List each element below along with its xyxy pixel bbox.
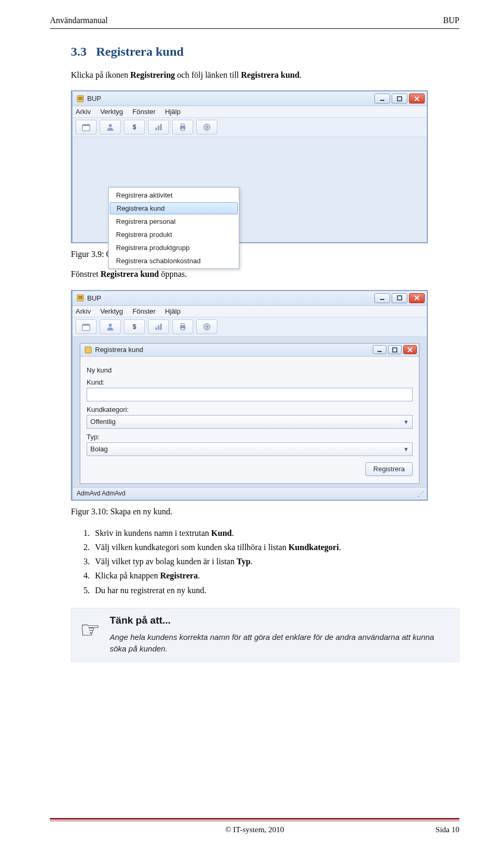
window-titlebar: BUP — [72, 91, 427, 106]
user-icon[interactable] — [100, 319, 121, 334]
figure-2-caption: Figur 3.10: Skapa en ny kund. — [71, 507, 459, 516]
print-icon[interactable] — [172, 319, 193, 334]
kund-label: Kund: — [87, 378, 413, 386]
help-icon[interactable]: ? — [196, 120, 217, 134]
intro-paragraph: Klicka på ikonen Registrering och följ l… — [71, 69, 459, 81]
menu-hjalp[interactable]: Hjälp — [165, 108, 181, 116]
footer-divider-thin — [50, 821, 459, 821]
svg-rect-30 — [181, 324, 184, 326]
calendar-icon[interactable] — [76, 319, 97, 334]
svg-rect-35 — [377, 351, 382, 352]
inner-window: Registrera kund Ny kund Kund: Kundkatego… — [80, 343, 419, 484]
figure-2-screenshot: BUP Arkiv Verktyg Fönster Hjälp $ ? — [71, 290, 428, 501]
kundkategori-combo[interactable]: Offentlig ▼ — [87, 415, 413, 429]
typ-label: Typ: — [87, 433, 413, 441]
note-text: Ange hela kundens korrekta namn för att … — [110, 631, 450, 655]
close-button[interactable] — [403, 345, 417, 354]
svg-rect-6 — [82, 125, 90, 126]
maximize-button[interactable] — [392, 94, 407, 103]
minimize-button[interactable] — [374, 293, 390, 303]
menubar-2: Arkiv Verktyg Fönster Hjälp — [72, 306, 427, 317]
svg-rect-34 — [85, 347, 91, 353]
chart-icon[interactable] — [148, 319, 169, 334]
statusbar: AdmAvd AdmAvd ⋰ — [72, 487, 427, 500]
svg-text:?: ? — [205, 125, 208, 130]
list-item: Välj vilket typ av bolag kunden är i lis… — [92, 554, 459, 568]
section-number: 3.3 — [71, 45, 87, 58]
list-item: Klicka på knappen Registrera. — [92, 568, 459, 583]
dd-item-kund[interactable]: Registrera kund — [110, 202, 238, 214]
dropdown-menu: Registrera aktivitet Registrera kund Reg… — [108, 187, 239, 269]
svg-text:$: $ — [133, 123, 136, 131]
help-icon[interactable]: ? — [196, 319, 217, 334]
svg-rect-4 — [397, 97, 402, 101]
svg-text:?: ? — [205, 325, 208, 330]
section-heading: 3.3Registrera kund — [71, 45, 459, 59]
dd-item-produktgrupp[interactable]: Registrera produktgrupp — [109, 241, 239, 254]
minimize-button[interactable] — [374, 94, 390, 103]
svg-rect-31 — [181, 328, 184, 330]
list-item: Skriv in kundens namn i textrutan Kund. — [92, 526, 459, 540]
list-item: Du har nu registrerat en ny kund. — [92, 583, 459, 597]
close-button[interactable] — [409, 293, 425, 303]
window-title-2: BUP — [87, 294, 374, 302]
svg-rect-36 — [393, 348, 397, 352]
after-fig1-text: Fönstret Registrera kund öppnas. — [71, 268, 459, 280]
dd-item-aktivitet[interactable]: Registrera aktivitet — [109, 189, 239, 202]
svg-rect-19 — [78, 298, 82, 299]
svg-rect-27 — [158, 325, 160, 330]
menu-fonster[interactable]: Fönster — [132, 307, 155, 315]
menu-hjalp[interactable]: Hjälp — [165, 307, 181, 315]
section-title: Registrera kund — [96, 45, 184, 58]
list-item: Välj vilken kundkategori som kunden ska … — [92, 540, 459, 554]
dd-item-schablon[interactable]: Registrera schablonkostnad — [109, 254, 239, 267]
window-titlebar-2: BUP — [72, 291, 427, 306]
svg-rect-2 — [78, 99, 82, 100]
menubar: Arkiv Verktyg Fönster Hjälp — [72, 106, 427, 118]
note-box: ☞ Tänk på att... Ange hela kundens korre… — [71, 608, 459, 662]
typ-value: Bolag — [90, 445, 108, 453]
dollar-icon[interactable]: $ — [124, 319, 145, 334]
app-icon — [77, 95, 84, 102]
resize-grip-icon[interactable]: ⋰ — [417, 490, 423, 498]
header-divider — [50, 28, 459, 29]
calendar-icon[interactable] — [76, 120, 97, 134]
close-button[interactable] — [409, 94, 425, 103]
toolbar: $ ? — [72, 118, 427, 137]
inner-window-title: Registrera kund — [95, 346, 373, 354]
svg-rect-20 — [380, 299, 384, 300]
chart-icon[interactable] — [148, 120, 169, 134]
kund-input[interactable] — [87, 388, 413, 401]
dollar-icon[interactable]: $ — [124, 120, 145, 134]
menu-verktyg[interactable]: Verktyg — [100, 108, 123, 116]
statusbar-text: AdmAvd AdmAvd — [77, 490, 125, 497]
maximize-button[interactable] — [392, 293, 407, 303]
figure-1-screenshot: BUP Arkiv Verktyg Fönster Hjälp $ ? Regi… — [71, 90, 428, 243]
dd-item-produkt[interactable]: Registrera produkt — [109, 228, 239, 241]
typ-combo[interactable]: Bolag ▼ — [87, 442, 413, 456]
minimize-button[interactable] — [373, 345, 386, 354]
registrera-button[interactable]: Registrera — [365, 462, 413, 476]
header-right: BUP — [443, 16, 459, 25]
pointing-hand-icon: ☞ — [80, 615, 100, 642]
chevron-down-icon: ▼ — [403, 419, 409, 425]
kundkategori-value: Offentlig — [90, 418, 116, 426]
svg-point-24 — [109, 324, 112, 327]
svg-rect-1 — [78, 97, 82, 98]
print-icon[interactable] — [172, 120, 193, 134]
menu-fonster[interactable]: Fönster — [132, 108, 155, 116]
menu-arkiv[interactable]: Arkiv — [76, 108, 91, 116]
dd-item-personal[interactable]: Registrera personal — [109, 215, 239, 228]
maximize-button[interactable] — [388, 345, 402, 354]
svg-rect-28 — [160, 324, 162, 330]
svg-text:$: $ — [133, 323, 136, 330]
toolbar-2: $ ? — [72, 317, 427, 337]
svg-rect-11 — [160, 124, 162, 130]
svg-point-7 — [109, 124, 112, 127]
svg-rect-23 — [82, 324, 90, 326]
menu-verktyg[interactable]: Verktyg — [100, 307, 123, 315]
footer-copyright: © IT-system, 2010 — [50, 825, 459, 834]
menu-arkiv[interactable]: Arkiv — [76, 307, 91, 315]
svg-rect-14 — [181, 128, 184, 130]
user-icon[interactable] — [100, 120, 121, 134]
